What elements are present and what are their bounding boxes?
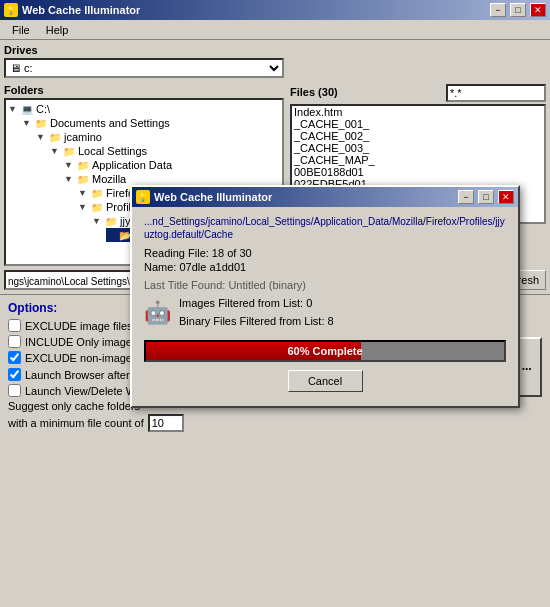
- modal-title: Web Cache Illuminator: [154, 191, 454, 203]
- modal-overlay: 💡 Web Cache Illuminator − □ ✕ ...nd_Sett…: [0, 0, 550, 607]
- robots-icon: 🤖: [144, 300, 171, 326]
- modal-window: 💡 Web Cache Illuminator − □ ✕ ...nd_Sett…: [130, 185, 520, 408]
- modal-reading: Reading File: 18 of 30: [144, 247, 506, 259]
- progress-bar-container: 60% Complete: [144, 340, 506, 362]
- modal-body: ...nd_Settings/jcamino/Local_Settings/Ap…: [132, 207, 518, 406]
- modal-maximize-button[interactable]: □: [478, 190, 494, 204]
- binary-filtered: Binary Files Filtered from List: 8: [179, 313, 334, 331]
- modal-cancel-button[interactable]: Cancel: [288, 370, 363, 392]
- images-filtered: Images Filtered from List: 0: [179, 295, 334, 313]
- modal-stats-row: 🤖 Images Filtered from List: 0 Binary Fi…: [144, 295, 506, 330]
- modal-title-found: Last Title Found: Untitled (binary): [144, 279, 506, 291]
- modal-footer: Cancel: [144, 370, 506, 398]
- modal-path: ...nd_Settings/jcamino/Local_Settings/Ap…: [144, 215, 506, 241]
- modal-app-icon: 💡: [136, 190, 150, 204]
- modal-close-button[interactable]: ✕: [498, 190, 514, 204]
- modal-stats: Images Filtered from List: 0 Binary File…: [179, 295, 334, 330]
- modal-title-bar: 💡 Web Cache Illuminator − □ ✕: [132, 187, 518, 207]
- modal-minimize-button[interactable]: −: [458, 190, 474, 204]
- modal-name: Name: 07dle a1dd01: [144, 261, 506, 273]
- progress-text: 60% Complete: [287, 345, 362, 357]
